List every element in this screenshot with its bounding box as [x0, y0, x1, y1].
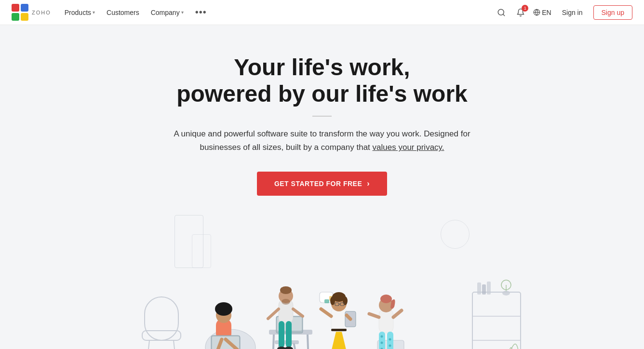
svg-point-26: [282, 299, 290, 305]
desk-right-decoration: [468, 278, 530, 349]
privacy-link[interactable]: values your privacy.: [373, 143, 444, 152]
svg-line-20: [308, 335, 309, 349]
signin-button[interactable]: Sign in: [557, 6, 588, 19]
nav-link-products[interactable]: Products ▾: [60, 6, 100, 19]
title-divider: [312, 116, 332, 117]
svg-point-25: [280, 286, 292, 294]
language-label: EN: [542, 9, 551, 16]
svg-rect-30: [286, 321, 292, 348]
svg-rect-68: [142, 331, 181, 340]
chevron-down-icon: ▾: [181, 10, 184, 15]
signup-button[interactable]: Sign up: [593, 5, 632, 20]
svg-rect-67: [145, 297, 178, 340]
people-illustration: [187, 225, 457, 349]
svg-point-40: [330, 296, 335, 305]
svg-point-79: [502, 291, 510, 295]
hero-illustration: [105, 215, 539, 349]
svg-rect-44: [331, 329, 347, 331]
svg-point-63: [389, 338, 391, 341]
svg-point-64: [389, 345, 391, 347]
logo-text: ZOHO: [32, 10, 51, 15]
logo-sq-yellow: [21, 13, 28, 21]
chair-left-decoration: [140, 287, 193, 349]
notification-button[interactable]: 1: [514, 6, 527, 19]
svg-rect-76: [487, 282, 491, 295]
logo-sq-green: [12, 13, 19, 21]
search-button[interactable]: [495, 6, 508, 19]
svg-rect-34: [324, 299, 329, 303]
svg-line-1: [503, 14, 505, 15]
svg-line-19: [273, 335, 274, 349]
more-menu-button[interactable]: •••: [190, 4, 212, 21]
svg-line-56: [369, 314, 379, 317]
globe-icon: [533, 9, 540, 16]
logo-sq-red: [12, 4, 19, 12]
svg-rect-74: [477, 282, 481, 295]
svg-line-69: [147, 340, 149, 349]
svg-point-60: [381, 336, 383, 338]
svg-rect-58: [379, 332, 385, 349]
hero-section: Your life's work, powered by our life's …: [0, 25, 644, 349]
arrow-icon: ›: [367, 179, 370, 188]
svg-line-17: [294, 344, 297, 349]
logo-squares: [12, 4, 29, 21]
hero-subtitle: A unique and powerful software suite to …: [163, 127, 481, 154]
svg-point-61: [381, 342, 383, 344]
nav-right: 1 EN Sign in Sign up: [495, 5, 632, 20]
svg-rect-75: [482, 284, 486, 295]
svg-point-55: [380, 295, 392, 303]
language-selector[interactable]: EN: [533, 9, 551, 16]
nav-link-company[interactable]: Company ▾: [146, 6, 188, 19]
nav-link-customers[interactable]: Customers: [102, 6, 144, 19]
notification-badge: 1: [522, 5, 528, 12]
svg-line-28: [293, 309, 303, 316]
svg-point-32: [284, 347, 293, 349]
hero-title: Your life's work, powered by our life's …: [176, 54, 468, 107]
svg-point-39: [343, 296, 348, 305]
svg-line-46: [321, 309, 331, 316]
chevron-down-icon: ▾: [93, 10, 95, 15]
logo[interactable]: ZOHO: [12, 4, 51, 21]
nav-links: Products ▾ Customers Company ▾ •••: [60, 4, 495, 21]
navbar: ZOHO Products ▾ Customers Company ▾ ••• …: [0, 0, 644, 25]
svg-line-57: [393, 310, 402, 317]
svg-rect-29: [279, 321, 284, 348]
cta-button[interactable]: GET STARTED FOR FREE ›: [257, 172, 387, 196]
svg-line-70: [174, 340, 176, 349]
logo-sq-blue: [21, 4, 28, 12]
svg-point-8: [215, 302, 232, 316]
svg-rect-53: [379, 309, 393, 333]
